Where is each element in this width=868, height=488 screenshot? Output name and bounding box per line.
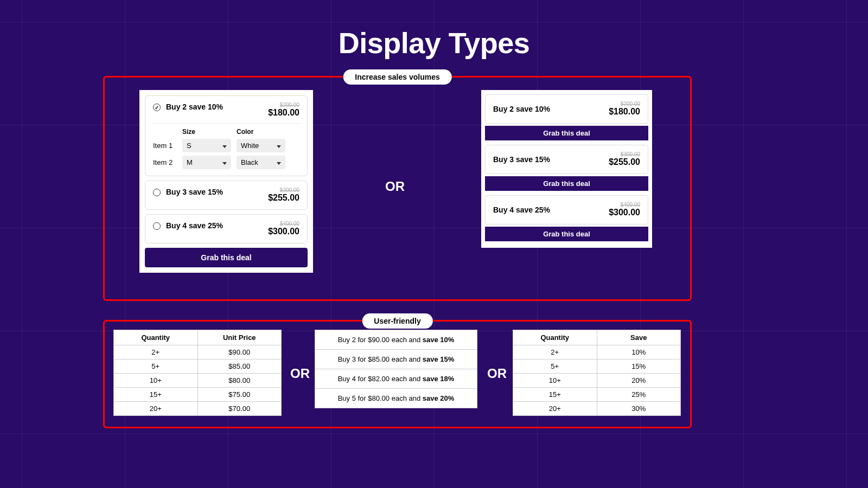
- list-item: Buy 3 for $85.00 each and save 15%: [315, 350, 477, 369]
- or-separator: OR: [487, 366, 507, 381]
- variant-row: Item 1 S White: [153, 139, 299, 152]
- table-row: 20+$70.00: [113, 402, 282, 416]
- option-label: Buy 3 save 15%: [166, 188, 263, 196]
- old-price: $400.00: [609, 202, 640, 208]
- color-select[interactable]: Black: [237, 156, 285, 169]
- bundle-card-buttons: Buy 2 save 10% $200.00 $180.00 Grab this…: [481, 90, 652, 248]
- price: $180.00: [268, 108, 299, 118]
- old-price: $300.00: [268, 188, 299, 193]
- table-header: QuantityUnit Price: [113, 330, 282, 345]
- old-price: $400.00: [268, 221, 299, 227]
- table-header: QuantitySave: [513, 330, 681, 345]
- price: $180.00: [609, 107, 640, 117]
- list-item: Buy 5 for $80.00 each and save 20%: [315, 389, 477, 408]
- size-select[interactable]: S: [182, 139, 231, 152]
- or-separator: OR: [290, 366, 310, 381]
- grab-deal-button[interactable]: Grab this deal: [485, 126, 648, 140]
- chevron-down-icon: [277, 142, 281, 150]
- price: $300.00: [268, 227, 299, 236]
- old-price: $300.00: [609, 152, 640, 157]
- color-select[interactable]: White: [237, 139, 285, 152]
- price: $255.00: [609, 157, 640, 167]
- grab-deal-button[interactable]: Grab this deal: [485, 176, 648, 191]
- table-row: 5+$85.00: [113, 359, 282, 374]
- table-row: 15+25%: [513, 388, 681, 402]
- item-label: Item 1: [153, 142, 177, 150]
- table-row: 10+$80.00: [113, 374, 282, 388]
- section-label-bottom: User-friendly: [362, 313, 432, 329]
- radio-icon[interactable]: [153, 189, 161, 196]
- tile-label: Buy 3 save 15%: [493, 155, 550, 164]
- chevron-down-icon: [222, 142, 227, 150]
- table-row: 2+$90.00: [113, 345, 282, 359]
- table-row: 10+20%: [513, 374, 681, 388]
- grab-deal-button[interactable]: Grab this deal: [145, 248, 308, 267]
- chevron-down-icon: [277, 158, 281, 166]
- option-label: Buy 2 save 10%: [166, 102, 263, 111]
- radio-icon[interactable]: [153, 222, 161, 230]
- radio-checked-icon[interactable]: [153, 104, 161, 111]
- sentence-list: Buy 2 for $90.00 each and save 10% Buy 3…: [315, 330, 477, 408]
- price: $300.00: [609, 208, 640, 217]
- bundle-tile: Buy 2 save 10% $200.00 $180.00: [485, 94, 648, 124]
- old-price: $200.00: [609, 101, 640, 107]
- item-label: Item 2: [153, 158, 177, 166]
- bundle-card-radio: Buy 2 save 10% $200.00 $180.00 Size Colo…: [139, 90, 313, 273]
- bundle-option[interactable]: Buy 3 save 15% $300.00 $255.00: [145, 181, 308, 210]
- bundle-tile: Buy 4 save 25% $400.00 $300.00: [485, 195, 648, 224]
- table-row: 20+30%: [513, 402, 681, 416]
- section-label-top: Increase sales volumes: [343, 69, 451, 85]
- tile-label: Buy 4 save 25%: [493, 206, 550, 214]
- list-item: Buy 4 for $82.00 each and save 18%: [315, 369, 477, 389]
- table-row: 5+15%: [513, 359, 681, 374]
- table-quantity-save: QuantitySave 2+10% 5+15% 10+20% 15+25% 2…: [513, 330, 681, 416]
- table-row: 15+$75.00: [113, 388, 282, 402]
- table-quantity-price: QuantityUnit Price 2+$90.00 5+$85.00 10+…: [113, 330, 282, 416]
- variant-headers: Size Color: [153, 128, 299, 136]
- bundle-option[interactable]: Buy 2 save 10% $200.00 $180.00 Size Colo…: [145, 95, 308, 176]
- list-item: Buy 2 for $90.00 each and save 10%: [315, 330, 477, 350]
- chevron-down-icon: [222, 158, 227, 166]
- bundle-option[interactable]: Buy 4 save 25% $400.00 $300.00: [145, 214, 308, 243]
- size-select[interactable]: M: [182, 156, 231, 169]
- old-price: $200.00: [268, 102, 299, 108]
- table-row: 2+10%: [513, 345, 681, 359]
- variant-row: Item 2 M Black: [153, 156, 299, 169]
- bundle-tile: Buy 3 save 15% $300.00 $255.00: [485, 145, 648, 174]
- grab-deal-button[interactable]: Grab this deal: [485, 227, 648, 241]
- price: $255.00: [268, 193, 299, 203]
- option-label: Buy 4 save 25%: [166, 221, 263, 230]
- tile-label: Buy 2 save 10%: [493, 105, 550, 113]
- or-separator: OR: [385, 179, 405, 194]
